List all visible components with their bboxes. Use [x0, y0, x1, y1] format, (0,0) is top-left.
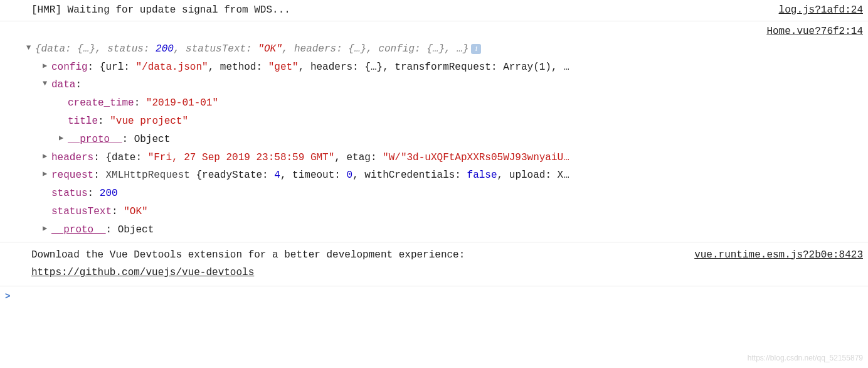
chevron-right-icon[interactable]: ▶	[43, 60, 50, 73]
console-log-devtools[interactable]: Download the Vue Devtools extension for …	[0, 242, 868, 287]
prop-data-create-time[interactable]: create_time: "2019-01-01"	[26, 94, 863, 112]
prop-proto[interactable]: ▶__proto__: Object	[26, 221, 863, 239]
info-icon[interactable]: i	[471, 44, 481, 54]
console-log-object[interactable]: Home.vue?76f2:14 ▼{data: {…}, status: 20…	[0, 21, 868, 242]
chevron-right-icon[interactable]: ▶	[43, 150, 50, 164]
prompt-caret-icon: >	[5, 289, 10, 305]
devtools-source-link[interactable]: vue.runtime.esm.js?2b0e:8423	[694, 246, 863, 264]
console-input-prompt[interactable]: >	[0, 286, 868, 307]
chevron-right-icon[interactable]: ▶	[43, 168, 50, 181]
hmr-source-link[interactable]: log.js?1afd:24	[779, 1, 863, 19]
prop-data[interactable]: ▼data:	[26, 76, 863, 94]
prop-headers[interactable]: ▶headers: {date: "Fri, 27 Sep 2019 23:58…	[26, 149, 863, 167]
console-log-hmr[interactable]: [HMR] Waiting for update signal from WDS…	[0, 0, 868, 21]
console-panel: [HMR] Waiting for update signal from WDS…	[0, 0, 868, 368]
prop-data-proto[interactable]: ▶__proto__: Object	[26, 131, 863, 149]
watermark: https://blog.csdn.net/qq_52155879	[748, 352, 863, 365]
prop-request[interactable]: ▶request: XMLHttpRequest {readyState: 4,…	[26, 166, 863, 185]
hmr-message: [HMR] Waiting for update signal from WDS…	[31, 1, 766, 19]
prop-status-text[interactable]: statusText: "OK"	[26, 203, 863, 221]
devtools-message: Download the Vue Devtools extension for …	[31, 246, 682, 283]
object-preview-line[interactable]: ▼{data: {…}, status: 200, statusText: "O…	[26, 40, 863, 58]
chevron-down-icon[interactable]: ▼	[43, 77, 50, 91]
prop-status[interactable]: status: 200	[26, 185, 863, 203]
object-source-link[interactable]: Home.vue?76f2:14	[766, 23, 863, 41]
prop-data-title[interactable]: title: "vue project"	[26, 112, 863, 131]
chevron-down-icon[interactable]: ▼	[26, 41, 34, 55]
chevron-right-icon[interactable]: ▶	[59, 132, 66, 146]
devtools-link[interactable]: https://github.com/vuejs/vue-devtools	[31, 267, 254, 278]
chevron-right-icon[interactable]: ▶	[43, 222, 50, 236]
prop-config[interactable]: ▶config: {url: "/data.json", method: "ge…	[26, 58, 863, 77]
